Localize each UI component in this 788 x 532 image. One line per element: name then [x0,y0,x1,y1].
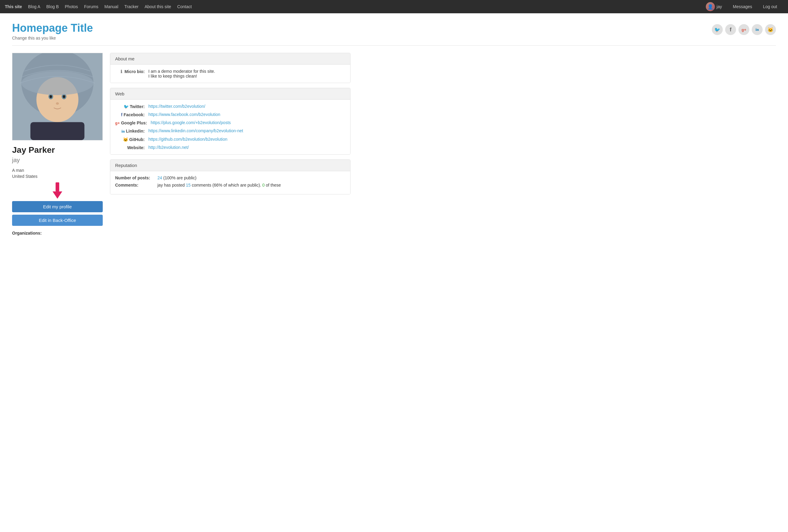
info-icon: ℹ [121,69,122,74]
linkedin-icon: in [121,129,125,134]
num-posts-row: Number of posts: 24 (100% are public) [115,176,346,180]
twitter-url: https://twitter.com/b2evolution/ [149,104,346,109]
header-area: Homepage Title Change this as you like 🐦… [0,13,788,45]
num-posts-value: 24 (100% are public) [157,176,196,180]
user-info[interactable]: 👤 jay [706,2,728,11]
googleplus-url: https://plus.google.com/+b2evolution/pos… [151,120,346,125]
comments-row: Comments: jay has posted 15 comments (66… [115,183,346,187]
micro-bio-row: ℹ Micro bio: I am a demo moderator for t… [115,69,346,79]
profile-gender: A man [12,168,103,173]
reputation-body: Number of posts: 24 (100% are public) Co… [110,171,350,194]
social-icons: 🐦 f g+ in 🐱 [712,24,776,35]
github-url: https://github.com/b2evolution/b2evoluti… [149,137,346,142]
num-posts-label: Number of posts: [115,176,157,180]
github-icon[interactable]: 🐱 [765,24,776,35]
svg-point-5 [50,95,52,98]
micro-bio-value: I am a demo moderator for this site. I l… [149,69,346,79]
googleplus-label: g+ Google Plus: [115,120,151,125]
profile-country: United States [12,174,103,179]
svg-point-7 [56,102,59,105]
twitter-label: 🐦 Twitter: [115,104,149,109]
site-title: Homepage Title Change this as you like [12,22,93,40]
twitter-row: 🐦 Twitter: https://twitter.com/b2evoluti… [115,104,346,109]
linkedin-label: in Linkedin: [115,128,149,134]
comments-label: Comments: [115,183,157,187]
web-body: 🐦 Twitter: https://twitter.com/b2evoluti… [110,100,350,154]
linkedin-url: https://www.linkedin.com/company/b2evolu… [149,128,346,133]
nav-link-manual[interactable]: Manual [104,4,118,9]
website-row: Website: http://b2evolution.net/ [115,145,346,150]
about-me-box: About me ℹ Micro bio: I am a demo modera… [110,53,351,83]
edit-profile-button[interactable]: Edit my profile [12,201,103,212]
micro-bio-label: ℹ Micro bio: [115,69,149,74]
avatar[interactable]: 👤 [706,2,715,11]
reputation-box: Reputation Number of posts: 24 (100% are… [110,159,351,195]
arrow-container [12,182,103,199]
linkedin-icon[interactable]: in [752,24,763,35]
facebook-row: f Facebook: https://www.facebook.com/b2e… [115,112,346,117]
facebook-label: f Facebook: [115,112,149,117]
github-label: 🐱 GitHub: [115,137,149,142]
edit-backoffice-button[interactable]: Edit in Back-Office [12,215,103,226]
left-panel: Jay Parker jay A man United States Edit … [12,53,103,236]
web-box: Web 🐦 Twitter: https://twitter.com/b2evo… [110,88,351,155]
profile-username: jay [12,157,103,164]
twitter-icon[interactable]: 🐦 [712,24,723,35]
profile-full-name: Jay Parker [12,145,103,155]
facebook-url: https://www.facebook.com/b2evolution [149,112,346,117]
nav-bar: This site Blog A Blog B Photos Forums Ma… [0,0,788,13]
svg-point-8 [21,71,93,95]
arrow-head [53,191,62,199]
reputation-header: Reputation [110,160,350,171]
profile-photo [12,53,103,140]
nav-link-blogb[interactable]: Blog B [46,4,59,9]
about-me-header: About me [110,53,350,65]
comments-value: jay has posted 15 comments (66% of which… [157,183,281,187]
nav-link-about[interactable]: About this site [144,4,171,9]
googleplus-row: g+ Google Plus: https://plus.google.com/… [115,120,346,125]
nav-link-tracker[interactable]: Tracker [124,4,139,9]
about-me-body: ℹ Micro bio: I am a demo moderator for t… [110,65,350,83]
nav-link-photos[interactable]: Photos [65,4,78,9]
web-header: Web [110,88,350,100]
googleplus-icon[interactable]: g+ [738,24,749,35]
nav-link-forums[interactable]: Forums [84,4,98,9]
facebook-icon[interactable]: f [725,24,736,35]
linkedin-row: in Linkedin: https://www.linkedin.com/co… [115,128,346,134]
website-label: Website: [115,145,149,150]
nav-link-bloga[interactable]: Blog A [28,4,40,9]
googleplus-icon: g+ [115,121,120,125]
arrow-shaft [56,182,59,191]
organizations-label: Organizations: [12,231,103,236]
profile-image-svg [13,53,102,140]
facebook-icon: f [121,112,122,117]
nav-brand[interactable]: This site [5,4,22,9]
main-content: Jay Parker jay A man United States Edit … [0,46,362,243]
username[interactable]: jay [717,4,722,9]
svg-point-6 [63,95,65,98]
nav-logout[interactable]: Log out [763,4,777,9]
twitter-icon: 🐦 [123,104,129,109]
nav-link-contact[interactable]: Contact [177,4,192,9]
page-title: Homepage Title [12,22,93,35]
right-panel: About me ℹ Micro bio: I am a demo modera… [110,53,351,236]
github-icon: 🐱 [123,137,128,142]
nav-messages[interactable]: Messages [733,4,752,9]
page-subtitle: Change this as you like [12,36,93,40]
website-url: http://b2evolution.net/ [149,145,346,150]
svg-rect-10 [31,122,85,140]
nav-right: 👤 jay Messages Log out [706,2,783,11]
github-row: 🐱 GitHub: https://github.com/b2evolution… [115,137,346,142]
